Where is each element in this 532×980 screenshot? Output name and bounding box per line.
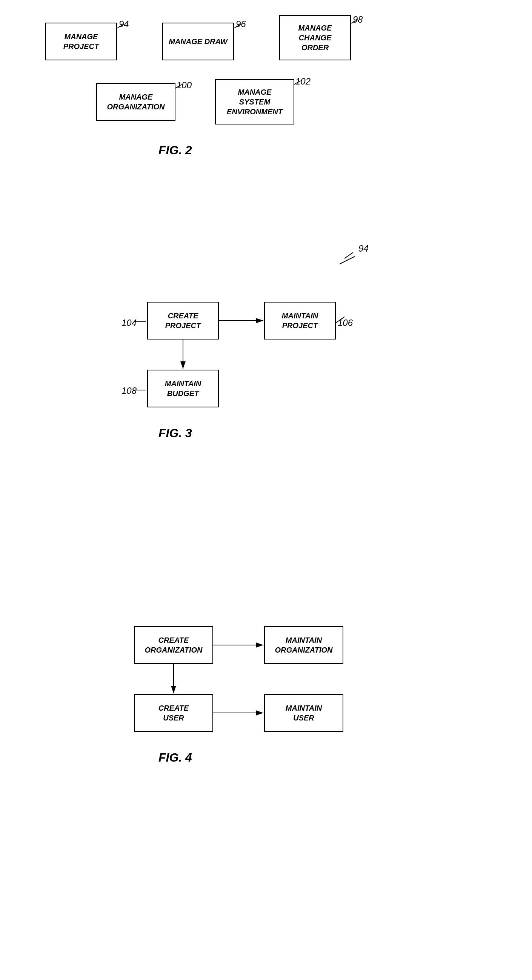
manage-system-env-box: MANAGESYSTEMENVIRONMENT (215, 79, 294, 124)
diagram-container: MANAGE PROJECT 94 MANAGE DRAW 96 MANAGEC… (0, 0, 532, 980)
label-94-ref-fig3: 94 (358, 243, 369, 254)
label-104: 104 (121, 318, 137, 328)
arrows-svg (0, 0, 532, 980)
maintain-organization-box: MAINTAINORGANIZATION (264, 626, 343, 664)
manage-project-box: MANAGE PROJECT (45, 22, 117, 60)
manage-change-order-box: MANAGECHANGEORDER (279, 15, 351, 60)
create-user-box: CREATEUSER (134, 694, 213, 732)
maintain-user-box: MAINTAINUSER (264, 694, 343, 732)
fig4-caption: FIG. 4 (158, 751, 192, 765)
manage-organization-box: MANAGEORGANIZATION (96, 83, 175, 121)
svg-line-6 (339, 256, 355, 264)
maintain-project-box: MAINTAINPROJECT (264, 302, 336, 339)
create-organization-box: CREATEORGANIZATION (134, 626, 213, 664)
label-108: 108 (121, 385, 137, 396)
manage-draw-box: MANAGE DRAW (162, 22, 234, 60)
create-project-box: CREATEPROJECT (147, 302, 219, 339)
maintain-budget-box: MAINTAINBUDGET (147, 370, 219, 407)
fig2-caption: FIG. 2 (158, 143, 192, 157)
fig3-caption: FIG. 3 (158, 426, 192, 440)
